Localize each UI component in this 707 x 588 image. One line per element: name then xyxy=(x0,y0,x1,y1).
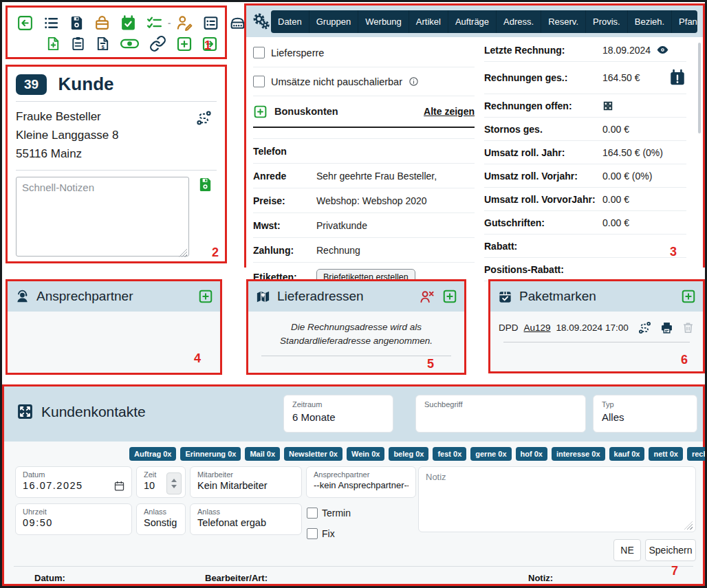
tag-wein[interactable]: Wein 0x xyxy=(347,447,384,461)
pauschal-label: Umsätze nicht pauschalierbar xyxy=(271,76,402,87)
link-icon[interactable] xyxy=(149,35,167,52)
save-icon[interactable] xyxy=(69,15,85,31)
anrede-value: Sehr geehrte Frau Besteller, xyxy=(316,171,437,182)
anlass-select[interactable]: Anlass Sonstig xyxy=(136,503,186,535)
file-plus-icon[interactable] xyxy=(45,35,61,52)
calendar-alert-icon[interactable] xyxy=(668,69,686,87)
printer-icon[interactable] xyxy=(660,320,674,335)
basket-icon[interactable] xyxy=(94,14,111,32)
mitarbeiter-value: Kein Mitarbeiter xyxy=(197,480,294,491)
anlass2-select[interactable]: Anlass Telefonat ergab xyxy=(190,503,302,535)
fix-checkbox[interactable] xyxy=(307,528,318,539)
anrede-label: Anrede xyxy=(253,171,316,182)
tag-kauf[interactable]: kauf 0x xyxy=(609,447,645,461)
track-route-icon[interactable] xyxy=(638,320,652,335)
calendar-icon[interactable] xyxy=(113,480,125,492)
tag-erinnerung[interactable]: Erinnerung 0x xyxy=(180,447,241,461)
add-lieferadresse-icon[interactable] xyxy=(442,289,457,304)
user-edit-icon[interactable] xyxy=(175,14,193,32)
annotation-box-2: 39 Kunde Frauke Besteller Kleine Langgas… xyxy=(6,65,227,263)
stepper-arrows[interactable] xyxy=(166,472,182,494)
tag-auftrag[interactable]: Auftrag 0x xyxy=(129,447,176,461)
tag-hof[interactable]: hof 0x xyxy=(516,447,547,461)
tab-artikel[interactable]: Artikel xyxy=(409,10,448,33)
tag-mail[interactable]: Mail 0x xyxy=(245,447,280,461)
tab-pfand[interactable]: Pfand xyxy=(672,10,697,33)
annotation-number-3: 3 xyxy=(670,245,677,259)
datum-input[interactable]: Datum 16.07.2025 xyxy=(15,466,132,498)
annotation-box-7: Kundenkontakte Zeitraum 6 Monate Suchbeg… xyxy=(2,384,705,586)
tab-werbung[interactable]: Werbung xyxy=(358,10,409,33)
annotation-number-2: 2 xyxy=(212,246,219,260)
list-box-icon[interactable] xyxy=(202,14,219,32)
info-icon[interactable] xyxy=(409,76,419,87)
tag-interesse[interactable]: interesse 0x xyxy=(552,447,605,461)
stat-value: 0.00 € xyxy=(602,124,629,135)
mwst-value: Privatkunde xyxy=(316,220,367,231)
stat-value: 18.09.2024 xyxy=(602,45,651,56)
tag-nett[interactable]: nett 0x xyxy=(649,447,682,461)
pauschal-checkbox[interactable] xyxy=(253,76,265,87)
lieferadressen-header: Lieferadressen xyxy=(248,281,464,312)
calendar-check-icon[interactable] xyxy=(120,14,137,32)
user-x-icon[interactable] xyxy=(418,289,435,305)
ne-button[interactable]: NE xyxy=(613,539,641,561)
add-ansprechpartner-icon[interactable] xyxy=(198,289,213,304)
mitarbeiter-label: Mitarbeiter xyxy=(197,470,294,479)
customer-header: 39 Kunde xyxy=(16,74,217,95)
liefersperre-row: Liefersperre xyxy=(253,39,475,67)
tag-fest[interactable]: fest 0x xyxy=(433,447,466,461)
zeitraum-select[interactable]: Zeitraum 6 Monate xyxy=(283,395,393,433)
trash-icon[interactable] xyxy=(682,320,695,335)
save-notes-icon[interactable] xyxy=(197,177,213,193)
termin-checkbox[interactable] xyxy=(307,508,318,519)
quick-notes-input[interactable] xyxy=(16,177,189,257)
route-icon[interactable] xyxy=(195,109,213,127)
file-invoice-icon[interactable]: $ xyxy=(95,35,111,52)
clipboard-icon[interactable] xyxy=(70,35,86,52)
expand-icon[interactable] xyxy=(17,403,34,420)
tab-reserv[interactable]: Reserv. xyxy=(541,10,586,33)
toolbar-row-1: - xyxy=(8,8,225,32)
uhrzeit-input[interactable]: Uhrzeit 09:50 xyxy=(15,503,132,535)
add-paketmarke-icon[interactable] xyxy=(681,289,696,304)
gears-icon[interactable] xyxy=(252,12,271,31)
tab-daten[interactable]: Daten xyxy=(271,10,309,33)
tab-bezieh[interactable]: Bezieh. xyxy=(628,10,672,33)
zahlung-label: Zahlung: xyxy=(253,245,316,256)
toolbar-row-2: $ xyxy=(8,32,225,52)
zeit-stepper[interactable]: Zeit 10 xyxy=(136,466,186,498)
tag-gerne[interactable]: gerne 0x xyxy=(470,447,511,461)
liefersperre-checkbox[interactable] xyxy=(253,47,265,58)
mitarbeiter-select[interactable]: Mitarbeiter Kein Mitarbeiter xyxy=(190,466,302,498)
eye-icon[interactable] xyxy=(656,45,669,55)
add-bonuskonto-icon[interactable] xyxy=(253,105,268,119)
notiz-input[interactable] xyxy=(418,466,696,532)
typ-select[interactable]: Typ Alles xyxy=(593,395,697,433)
stat-value: 0.00 € xyxy=(602,217,629,228)
contact-tags: Auftrag 0x Erinnerung 0x Mail 0x Newslet… xyxy=(129,447,707,461)
annotation-box-3: Daten Gruppen Werbung Artikel Aufträge A… xyxy=(244,3,705,268)
suchbegriff-input[interactable]: Suchbegriff xyxy=(415,395,586,433)
fix-label: Fix xyxy=(322,528,335,539)
plus-square-icon[interactable] xyxy=(176,36,193,52)
back-icon[interactable] xyxy=(17,14,34,32)
grid-icon[interactable] xyxy=(602,100,613,111)
tag-rechnung[interactable]: rechnung 0x xyxy=(687,447,707,461)
ansprechpartner-header: Ansprechpartner xyxy=(8,281,220,312)
tab-gruppen[interactable]: Gruppen xyxy=(309,10,359,33)
speichern-button[interactable]: Speichern xyxy=(645,539,696,561)
tasks-icon[interactable] xyxy=(146,14,163,32)
ansprechpartner-select[interactable]: Ansprechpartner --kein Ansprechpartner-- xyxy=(306,466,416,498)
tag-beleg[interactable]: beleg 0x xyxy=(389,447,428,461)
tab-provis[interactable]: Provis. xyxy=(586,10,628,33)
stat-row: Umsatz roll. Jahr: 164.50 € (0%) xyxy=(484,141,686,164)
tag-newsletter[interactable]: Newsletter 0x xyxy=(284,447,342,461)
paketmarke-code-link[interactable]: Au129 xyxy=(524,323,551,333)
tab-auftraege[interactable]: Aufträge xyxy=(448,10,497,33)
scrollbar-thumb[interactable] xyxy=(698,43,701,133)
menu-list-icon[interactable] xyxy=(43,14,60,32)
tab-adress[interactable]: Adress. xyxy=(497,10,541,33)
alte-zeigen-link[interactable]: Alte zeigen xyxy=(424,106,475,117)
toggle-icon[interactable] xyxy=(120,35,140,52)
